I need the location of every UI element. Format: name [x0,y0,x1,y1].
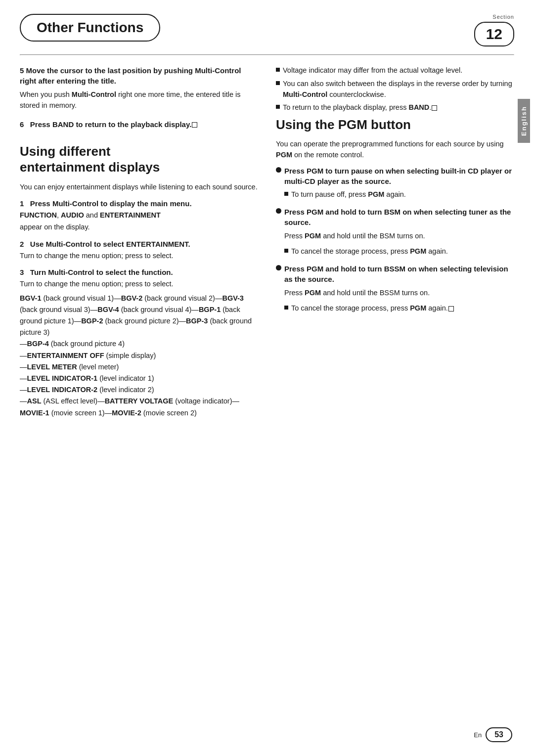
pgm-item-2: Press PGM and hold to turn BSM on when s… [276,207,514,260]
bullet-square-icon [276,68,280,72]
step-1-subtext: FUNCTION, AUDIO and ENTERTAINMENTappear … [20,210,258,232]
step-5-body: When you push Multi-Control right one mo… [20,89,258,111]
header-divider [20,54,514,55]
pgm-item-1: Press PGM to turn pause on when selectin… [276,166,514,203]
pgm-item-3-bullet: To cancel the storage process, press PGM… [284,303,514,314]
step-6-heading: 6 Press BAND to return to the playback d… [20,120,258,129]
stop-icon-3 [448,306,454,311]
pgm-item-1-content: Press PGM to turn pause on when selectin… [284,166,514,203]
right-column: Voltage indicator may differ from the ac… [276,65,514,422]
bullet-band-text: To return to the playback display, press… [283,102,437,113]
step-2-body: Turn to change the menu option; press to… [20,250,258,261]
language-sidebar: English [518,99,530,143]
pgm-item-2-bullet: To cancel the storage process, press PGM… [284,246,514,257]
pgm-item-3-bullet-text: To cancel the storage process, press PGM… [291,303,454,314]
pgm-item-1-bullet: To turn pause off, press PGM again. [284,189,514,200]
bullet-voltage: Voltage indicator may differ from the ac… [276,65,514,76]
bullet-reverse: You can also switch between the displays… [276,79,514,100]
pgm-item-3-body: Press PGM and hold until the BSSM turns … [284,287,514,298]
step-3-body: Turn to change the menu option; press to… [20,278,258,289]
circle-bullet-icon-2 [276,208,281,214]
step-1-heading: 1 Press Multi-Control to display the mai… [20,199,258,208]
circle-bullet-icon-1 [276,167,281,173]
top-header: Other Functions Section 12 [0,0,534,46]
step-5-heading: 5 Move the cursor to the last position b… [20,65,258,86]
pgm-item-2-bullet-text: To cancel the storage process, press PGM… [291,246,448,257]
entertainment-section-title: Using differententertainment displays [20,143,258,176]
pgm-item-3-content: Press PGM and hold to turn BSSM on when … [284,264,514,316]
stop-icon-2 [432,105,437,111]
section-number: 12 [474,22,514,46]
bullet-reverse-text: You can also switch between the displays… [283,79,514,100]
entertainment-intro: You can enjoy entertainment displays whi… [20,181,258,192]
step-6-block: 6 Press BAND to return to the playback d… [20,120,258,129]
step-3-heading: 3 Turn Multi-Control to select the funct… [20,268,258,276]
bullet-band: To return to the playback display, press… [276,102,514,113]
pgm-item-1-bullet-text: To turn pause off, press PGM again. [291,189,406,200]
footer: En 53 [0,727,534,742]
footer-en-label: En [474,731,482,739]
pgm-item-2-body: Press PGM and hold until the BSM turns o… [284,230,514,241]
bullet-voltage-text: Voltage indicator may differ from the ac… [283,65,462,76]
section-badge-block: Section 12 [474,14,514,46]
bullet-square-icon-3 [276,105,280,109]
bullet-sq-pgm3 [284,306,288,310]
pgm-item-1-heading: Press PGM to turn pause on when selectin… [284,166,514,186]
circle-bullet-icon-3 [276,265,281,270]
section-label: Section [492,14,514,20]
step-5-block: 5 Move the cursor to the last position b… [20,65,258,111]
page-title: Other Functions [20,14,160,42]
pgm-intro: You can operate the preprogrammed functi… [276,138,514,161]
pgm-item-3: Press PGM and hold to turn BSSM on when … [276,264,514,316]
footer-page-number: 53 [486,727,512,742]
func-list: BGV-1 (back ground visual 1)—BGV-2 (back… [20,293,258,419]
pgm-item-2-content: Press PGM and hold to turn BSM on when s… [284,207,514,260]
pgm-section-title: Using the PGM button [276,117,514,133]
pgm-item-2-heading: Press PGM and hold to turn BSM on when s… [284,207,514,227]
main-content: 5 Move the cursor to the last position b… [0,65,534,422]
bullet-square-icon-2 [276,81,280,85]
pgm-item-3-heading: Press PGM and hold to turn BSSM on when … [284,264,514,284]
page: Other Functions Section 12 English 5 Mov… [0,0,534,756]
bullet-sq-pgm1 [284,192,288,196]
left-column: 5 Move the cursor to the last position b… [20,65,258,422]
stop-icon [192,122,197,128]
step-2-heading: 2 Use Multi-Control to select ENTERTAINM… [20,240,258,248]
bullet-sq-pgm2 [284,249,288,253]
